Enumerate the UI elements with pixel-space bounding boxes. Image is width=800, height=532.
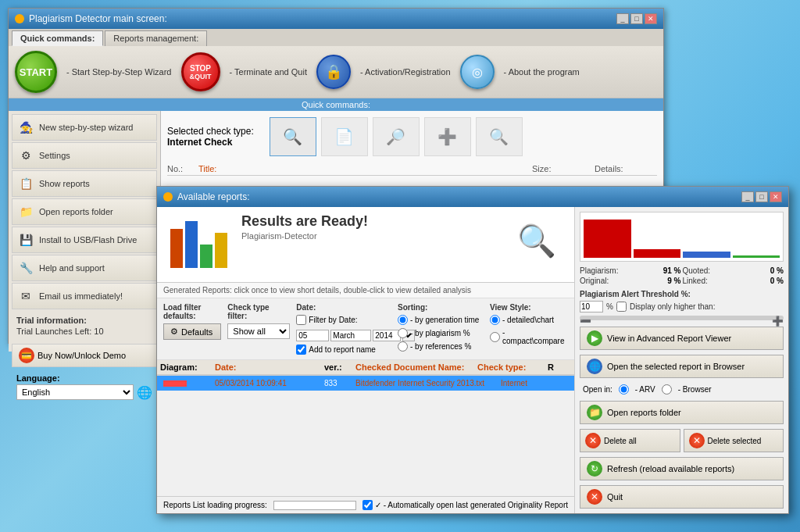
delete-all-icon: ✕ — [585, 433, 601, 448]
tabs-bar: Quick commands: Reports management: — [9, 29, 663, 46]
load-defaults-group: Load filter defaults: ⚙ Defaults — [163, 303, 221, 340]
sort-plagiarism-radio: - by plagiarism % — [398, 328, 484, 338]
threshold-row: % Display only higher than: — [580, 301, 784, 312]
chart-bar-2 — [634, 249, 681, 258]
view-compact-input[interactable] — [490, 332, 500, 342]
refresh-button[interactable]: ↻ Refresh (reload available reports) — [580, 457, 784, 480]
add-to-report-input[interactable] — [296, 345, 306, 355]
sidebar-item-wizard[interactable]: 🧙 New step-by-step wizard — [12, 114, 157, 141]
check-type-filter-group: Check type filter: Show all — [227, 303, 290, 339]
minimize-button[interactable]: _ — [616, 13, 629, 24]
view-advanced-icon: ▶ — [587, 330, 602, 346]
threshold-label: Plagiarism Alert Threshold %: — [580, 290, 784, 298]
check-type-filter-select[interactable]: Show all — [227, 323, 290, 339]
date-month-input[interactable] — [330, 330, 371, 341]
sorting-group: Sorting: - by generation time - by plagi… — [398, 303, 484, 352]
progress-section: Reports List loading progress: ✓ - Autom… — [157, 496, 574, 513]
table-header-row: Diagram: Date: ver.: Checked Document Na… — [157, 360, 574, 376]
table-row[interactable]: 05/03/2014 10:09:41 833 Bitdefender Inte… — [157, 376, 574, 391]
view-advanced-button[interactable]: ▶ View in Advanced Report Viewer — [580, 327, 784, 350]
close-button[interactable]: ✕ — [645, 13, 657, 24]
table-header: No.: Title: Size: Details: — [167, 162, 657, 176]
sidebar-item-email[interactable]: ✉ Email us immediately! — [12, 283, 157, 309]
report-title-section: Results are Ready! Plagiarism-Detector — [241, 213, 498, 276]
reports-close-btn[interactable]: ✕ — [770, 191, 782, 202]
slider-minus[interactable]: ➖ — [580, 316, 591, 327]
start-button[interactable]: START — [15, 51, 57, 93]
report-left-panel: Results are Ready! Plagiarism-Detector 🔍… — [157, 207, 575, 513]
slider-ends: ➖ ➕ — [580, 316, 784, 327]
check-type-value: Internet Check — [167, 137, 232, 148]
sort-references-input[interactable] — [398, 341, 408, 352]
sidebar-item-folder[interactable]: 📁 Open reports folder — [12, 198, 157, 225]
quit-button[interactable]: ✕ Quit — [580, 485, 784, 509]
row-date: 05/03/2014 10:09:41 — [215, 379, 324, 387]
sidebar-item-usb[interactable]: 💾 Install to USB/Flash Drive — [12, 227, 157, 253]
defaults-icon: ⚙ — [170, 327, 178, 337]
row-diagram — [160, 380, 215, 387]
sidebar-item-reports[interactable]: 📋 Show reports — [12, 170, 157, 197]
activation-button[interactable]: 🔒 — [316, 55, 351, 89]
threshold-input[interactable] — [580, 301, 603, 312]
check-icon-2[interactable]: 📄 — [321, 117, 368, 156]
magnifier-icon: 🔍 — [505, 213, 568, 268]
delete-selected-icon: ✕ — [689, 433, 705, 448]
check-icon-internet[interactable]: 🔍 — [270, 117, 316, 156]
date-year-input[interactable] — [373, 330, 401, 341]
delete-buttons-row: ✕ Delete all ✕ Delete selected — [580, 429, 784, 452]
report-logo — [163, 213, 234, 276]
chart-bar-4 — [733, 255, 780, 258]
tab-quick-commands[interactable]: Quick commands: — [12, 30, 103, 46]
maximize-button[interactable]: □ — [630, 13, 643, 24]
filter-by-date-input[interactable] — [296, 315, 306, 325]
sort-plagiarism-input[interactable] — [398, 328, 408, 338]
sort-gentime-input[interactable] — [398, 315, 408, 325]
percent-label: % — [606, 302, 613, 311]
auto-check-label: ✓ - Automatically open last generated Or… — [362, 500, 568, 510]
logo-chart — [170, 221, 227, 268]
reports-title-bar: Available reports: _ □ ✕ — [157, 187, 788, 207]
check-icon-5[interactable]: 🔍 — [476, 117, 523, 156]
auto-check-input[interactable] — [362, 500, 373, 510]
threshold-display-check[interactable] — [616, 302, 627, 312]
check-icons: 🔍 📄 🔎 ➕ 🔍 — [270, 117, 523, 156]
slider-plus[interactable]: ➕ — [772, 316, 784, 327]
start-label: - Start Step-by-Step Wizard — [66, 67, 172, 77]
refresh-icon: ↻ — [587, 461, 602, 477]
open-browser-icon: 🌐 — [587, 359, 602, 374]
reports-minimize-btn[interactable]: _ — [741, 191, 754, 202]
open-folder-button[interactable]: 📁 Open reports folder — [580, 401, 784, 424]
date-filter-group: Date: Filter by Date: ▼ Add to report na… — [296, 303, 391, 355]
language-select[interactable]: English — [16, 384, 134, 400]
view-compact-radio: - compact\compare — [490, 328, 568, 345]
title-bar-controls: _ □ ✕ — [616, 13, 657, 24]
mini-bar-chart — [580, 212, 784, 262]
open-arv-radio[interactable] — [619, 384, 629, 395]
about-button[interactable]: ◎ — [460, 55, 495, 89]
buy-button[interactable]: 💳 Buy Now/Unlock Demo — [12, 344, 157, 367]
delete-selected-button[interactable]: ✕ Delete selected — [684, 429, 784, 452]
original-stat: Original: 9 % — [580, 277, 681, 285]
main-title-bar: Plagiarism Detector main screen: _ □ ✕ — [9, 9, 663, 29]
buy-icon: 💳 — [19, 348, 34, 363]
reports-body: Results are Ready! Plagiarism-Detector 🔍… — [157, 207, 788, 513]
filter-by-date-checkbox: Filter by Date: — [296, 315, 391, 325]
tab-reports-management[interactable]: Reports management: — [105, 30, 207, 46]
sidebar-item-settings[interactable]: ⚙ Settings — [12, 142, 157, 169]
reports-maximize-btn[interactable]: □ — [755, 191, 768, 202]
plagiarism-stat: Plagiarism: 91 % — [580, 266, 681, 275]
help-icon: 🔧 — [17, 259, 34, 277]
row-name: Bitdefender Internet Security 2013.txt — [355, 379, 501, 387]
stop-button[interactable]: STOP &QUIT — [181, 52, 220, 91]
delete-all-button[interactable]: ✕ Delete all — [580, 429, 680, 452]
open-browser-radio[interactable] — [662, 384, 672, 395]
date-day-input[interactable] — [296, 330, 329, 341]
diagram-bar — [163, 380, 187, 387]
view-detailed-input[interactable] — [490, 315, 500, 325]
open-browser-button[interactable]: 🌐 Open the selected report in Browser — [580, 355, 784, 378]
defaults-button[interactable]: ⚙ Defaults — [163, 323, 221, 340]
check-icon-3[interactable]: 🔎 — [373, 117, 420, 156]
check-icon-add[interactable]: ➕ — [424, 117, 471, 156]
stop-label: - Terminate and Quit — [230, 67, 307, 77]
sidebar-item-help[interactable]: 🔧 Help and support — [12, 255, 157, 281]
